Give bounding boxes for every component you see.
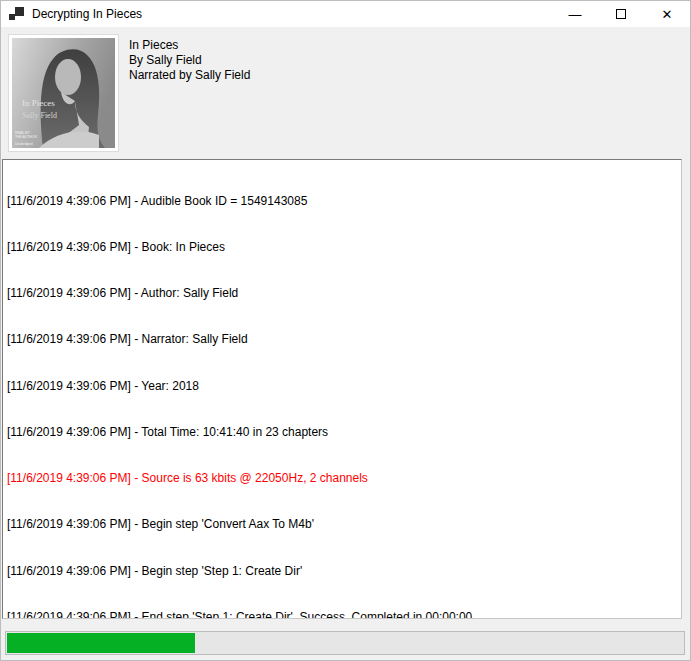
minimize-icon: — <box>569 7 582 22</box>
book-info: In Pieces By Sally Field Narrated by Sal… <box>129 38 250 83</box>
log-line: [11/6/2019 4:39:06 PM] - Author: Sally F… <box>7 286 679 301</box>
log-line: [11/6/2019 4:39:06 PM] - Book: In Pieces <box>7 240 679 255</box>
app-icon-square-large <box>15 7 24 16</box>
book-cover-art: In Pieces Sally Field READ BY THE AUTHOR… <box>9 35 118 151</box>
log-line: [11/6/2019 4:39:06 PM] - Narrator: Sally… <box>7 332 679 347</box>
close-button[interactable]: ✕ <box>644 1 690 27</box>
maximize-button[interactable] <box>598 1 644 27</box>
cover-unabridged-text: Unabridged <box>15 142 33 146</box>
app-window: Decrypting In Pieces — ✕ <box>0 0 691 661</box>
log-line: [11/6/2019 4:39:06 PM] - Begin step 'Ste… <box>7 564 679 579</box>
window-title: Decrypting In Pieces <box>32 1 142 27</box>
progress-bar <box>5 631 685 655</box>
title-bar: Decrypting In Pieces — ✕ <box>1 1 690 27</box>
close-icon: ✕ <box>662 7 673 22</box>
book-cover-image: In Pieces Sally Field READ BY THE AUTHOR… <box>9 35 118 151</box>
cover-author-text: Sally Field <box>22 111 57 120</box>
progress-fill <box>7 633 195 653</box>
book-title: In Pieces <box>129 38 250 53</box>
book-narrator: Narrated by Sally Field <box>129 68 250 83</box>
maximize-icon <box>616 9 626 19</box>
log-line: [11/6/2019 4:39:06 PM] - End step 'Step … <box>7 610 679 619</box>
book-author: By Sally Field <box>129 53 250 68</box>
log-line: [11/6/2019 4:39:06 PM] - Source is 63 kb… <box>7 471 679 486</box>
app-icon-square-small <box>9 14 15 20</box>
app-icon[interactable] <box>9 6 25 22</box>
log-line: [11/6/2019 4:39:06 PM] - Total Time: 10:… <box>7 425 679 440</box>
log-line: [11/6/2019 4:39:06 PM] - Audible Book ID… <box>7 194 679 209</box>
book-header: In Pieces Sally Field READ BY THE AUTHOR… <box>1 27 690 159</box>
log-line: [11/6/2019 4:39:06 PM] - Year: 2018 <box>7 379 679 394</box>
log-textbox[interactable]: [11/6/2019 4:39:06 PM] - Audible Book ID… <box>2 159 682 619</box>
log-line: [11/6/2019 4:39:06 PM] - Begin step 'Con… <box>7 517 679 532</box>
cover-title-text: In Pieces <box>22 98 55 108</box>
window-controls: — ✕ <box>552 1 690 27</box>
cover-readby-line2: THE AUTHOR <box>15 135 37 139</box>
minimize-button[interactable]: — <box>552 1 598 27</box>
